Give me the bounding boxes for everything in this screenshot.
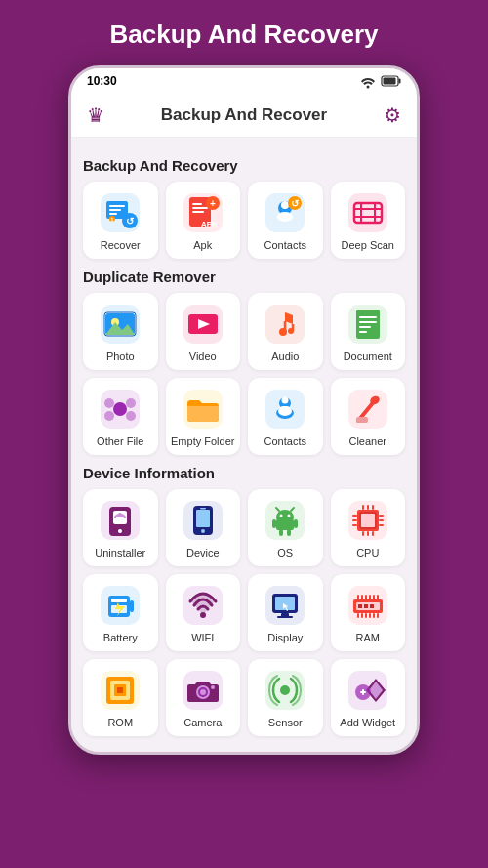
cpu-label: CPU: [356, 547, 379, 558]
camera-label: Camera: [183, 717, 222, 728]
svg-rect-129: [357, 595, 359, 599]
contacts-dup-card[interactable]: Contacts: [248, 378, 323, 455]
rom-icon: [99, 669, 142, 712]
device-grid: Uninstaller Device: [83, 489, 405, 736]
svg-rect-101: [372, 505, 374, 510]
deep-scan-card[interactable]: Deep Scan: [331, 182, 406, 259]
svg-rect-86: [294, 519, 298, 528]
sensor-icon: [264, 669, 306, 712]
recover-card[interactable]: ↺ 1 Recover: [83, 182, 158, 259]
os-icon: [264, 499, 306, 542]
other-file-card[interactable]: Other File: [83, 378, 158, 455]
recover-label: Recover: [101, 239, 141, 251]
section-device-title: Device Information: [83, 465, 405, 481]
svg-point-43: [279, 328, 287, 336]
cleaner-card[interactable]: Cleaner: [331, 378, 406, 455]
phone-frame: 10:30 ♛ Backup And Recover ⚙ Backup And …: [68, 65, 420, 755]
photo-card[interactable]: Photo: [83, 293, 158, 370]
add-widget-label: Add Widget: [340, 717, 395, 728]
svg-text:APK: APK: [201, 220, 218, 228]
svg-point-146: [280, 685, 290, 695]
svg-rect-116: [277, 616, 293, 618]
empty-folder-icon: [182, 388, 224, 431]
os-card[interactable]: OS: [248, 489, 323, 566]
ram-card[interactable]: RAM: [331, 574, 406, 651]
svg-rect-51: [359, 331, 367, 333]
rom-card[interactable]: ROM: [83, 659, 158, 736]
other-file-icon: [99, 388, 142, 431]
svg-rect-80: [276, 519, 294, 530]
svg-rect-96: [379, 515, 384, 517]
svg-rect-99: [362, 505, 364, 510]
svg-text:↺: ↺: [126, 216, 135, 227]
svg-rect-16: [192, 207, 208, 209]
svg-rect-68: [356, 417, 368, 423]
settings-icon[interactable]: ⚙: [384, 103, 401, 127]
camera-icon: [182, 669, 224, 712]
svg-rect-75: [196, 510, 210, 527]
app-header: ♛ Backup And Recover ⚙: [71, 94, 417, 138]
svg-text:↺: ↺: [291, 198, 300, 209]
svg-rect-91: [361, 514, 375, 527]
svg-point-23: [281, 201, 289, 209]
contacts-dup-label: Contacts: [264, 435, 306, 447]
audio-icon: [264, 303, 306, 346]
contacts-backup-icon: ↺: [264, 191, 306, 234]
battery-card[interactable]: Battery: [83, 574, 158, 651]
cpu-icon: [346, 499, 389, 542]
section-backup-title: Backup And Recovery: [83, 157, 405, 174]
contacts-backup-label: Contacts: [264, 239, 306, 251]
svg-rect-94: [352, 519, 357, 521]
document-label: Document: [344, 351, 392, 362]
apk-card[interactable]: APK + Apk: [166, 182, 241, 259]
svg-rect-121: [364, 604, 368, 608]
duplicate-grid: Photo Video: [83, 293, 405, 455]
uninstaller-card[interactable]: Uninstaller: [83, 489, 158, 566]
device-label: Device: [186, 547, 220, 558]
audio-card[interactable]: Audio: [248, 293, 323, 370]
svg-point-57: [126, 411, 136, 421]
camera-card[interactable]: Camera: [166, 659, 241, 736]
device-card[interactable]: Device: [166, 489, 241, 566]
svg-rect-130: [361, 595, 363, 599]
contacts-backup-card[interactable]: ↺ Contacts: [248, 182, 323, 259]
svg-rect-107: [130, 600, 134, 612]
wifi-status-icon: [360, 75, 376, 87]
svg-point-24: [277, 212, 293, 222]
svg-rect-88: [287, 529, 291, 536]
os-label: OS: [277, 547, 293, 558]
rom-label: ROM: [107, 717, 133, 728]
crown-icon: ♛: [87, 103, 104, 127]
svg-rect-8: [109, 213, 117, 215]
apk-icon: APK +: [182, 191, 224, 234]
wifi-card[interactable]: WIFI: [166, 574, 241, 651]
section-duplicate-title: Duplicate Remover: [83, 269, 405, 285]
ram-icon: [346, 584, 389, 627]
svg-point-45: [288, 328, 294, 334]
add-widget-card[interactable]: Add Widget: [331, 659, 406, 736]
empty-folder-label: Empty Folder: [171, 435, 234, 447]
svg-point-53: [113, 402, 127, 416]
page-title: Backup And Recovery: [109, 20, 378, 50]
status-bar: 10:30: [71, 68, 417, 94]
cpu-card[interactable]: CPU: [331, 489, 406, 566]
svg-rect-122: [370, 604, 374, 608]
empty-folder-card[interactable]: Empty Folder: [166, 378, 241, 455]
svg-rect-114: [275, 597, 295, 610]
sensor-card[interactable]: Sensor: [248, 659, 323, 736]
display-card[interactable]: Display: [248, 574, 323, 651]
svg-rect-15: [192, 203, 202, 205]
document-card[interactable]: Document: [331, 293, 406, 370]
contacts-dup-icon: [264, 388, 306, 431]
svg-rect-7: [109, 209, 121, 211]
video-card[interactable]: Video: [166, 293, 241, 370]
apk-label: Apk: [193, 239, 212, 251]
other-file-label: Other File: [97, 435, 143, 447]
status-time: 10:30: [87, 74, 117, 88]
svg-rect-108: [111, 599, 127, 602]
svg-rect-133: [373, 595, 375, 599]
svg-rect-139: [117, 687, 123, 693]
svg-rect-17: [192, 211, 204, 213]
wifi-label: WIFI: [191, 632, 214, 643]
battery-card-icon: [99, 584, 142, 627]
